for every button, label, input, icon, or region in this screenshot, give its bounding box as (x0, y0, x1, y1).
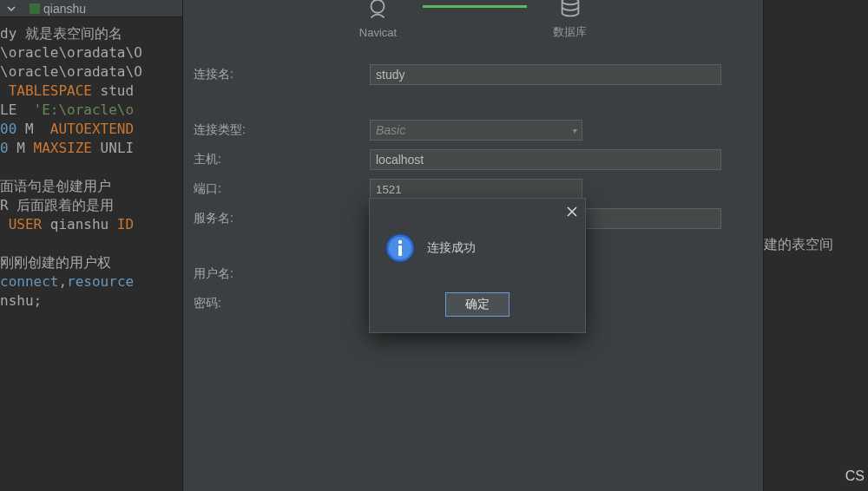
chevron-down-icon: ▾ (572, 126, 576, 135)
conn-name-label: 连接名: (192, 67, 370, 82)
host-label: 主机: (192, 152, 370, 167)
code-snippet: 建的表空间 (764, 236, 833, 254)
right-strip: 建的表空间 CS (764, 0, 868, 491)
svg-point-0 (372, 0, 385, 12)
step-label: Navicat (359, 26, 397, 39)
chevron-down-icon[interactable] (0, 2, 23, 16)
step-connector (423, 5, 527, 8)
port-input[interactable] (370, 179, 582, 200)
tab-label: qianshu (43, 2, 86, 16)
navicat-icon (365, 0, 391, 23)
step-label: 数据库 (553, 24, 587, 40)
step-database[interactable]: 数据库 (553, 0, 587, 40)
step-navicat[interactable]: Navicat (359, 0, 397, 39)
dialog-message: 连接成功 (427, 240, 476, 256)
wizard-steps: Navicat 数据库 (183, 0, 763, 43)
pwd-label: 密码: (192, 296, 370, 311)
ok-button[interactable]: 确定 (445, 292, 510, 317)
port-label: 端口: (192, 181, 370, 197)
conn-type-label: 连接类型: (192, 122, 370, 138)
tab-sql-file[interactable]: qianshu (23, 2, 93, 16)
success-dialog: 连接成功 确定 (369, 198, 586, 333)
svg-point-4 (398, 240, 402, 244)
service-label: 服务名: (192, 211, 370, 226)
svg-rect-5 (398, 245, 402, 256)
database-icon (557, 0, 583, 21)
host-input[interactable] (370, 149, 721, 170)
watermark: CS (845, 468, 865, 484)
close-icon[interactable] (566, 204, 578, 222)
code-pane: qianshu dy 就是表空间的名 \oracle\oradata\O \or… (0, 0, 182, 491)
code-content[interactable]: dy 就是表空间的名 \oracle\oradata\O \oracle\ora… (0, 17, 182, 311)
conn-name-input[interactable] (370, 64, 721, 85)
svg-point-1 (562, 0, 578, 4)
sql-file-icon (30, 3, 40, 14)
tab-bar: qianshu (0, 0, 182, 17)
conn-type-value: Basic (376, 123, 405, 137)
user-label: 用户名: (192, 266, 370, 282)
info-icon (385, 233, 415, 263)
conn-type-select[interactable]: Basic ▾ (370, 120, 582, 141)
